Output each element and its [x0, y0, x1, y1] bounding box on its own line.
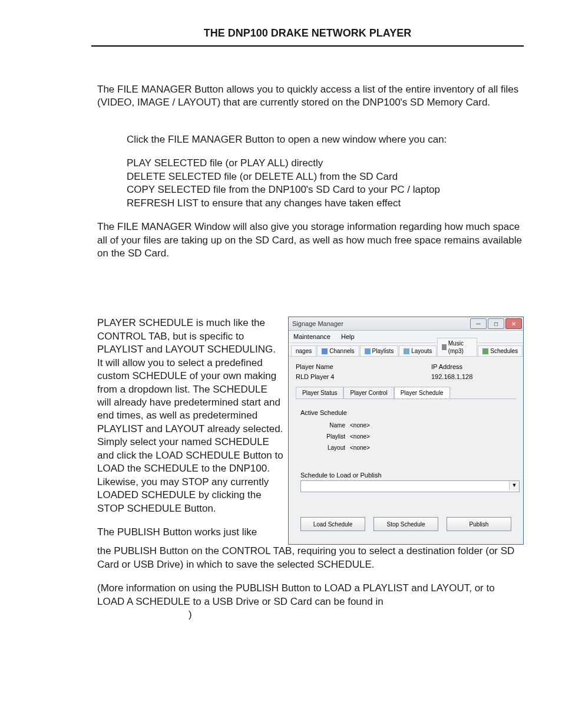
list-item: PLAY SELECTED file (or PLAY ALL) directl…	[127, 157, 524, 170]
name-label: Name	[317, 421, 345, 429]
player-name-value: RLD Player 4	[296, 373, 431, 381]
menu-maintenance[interactable]: Maintenance	[293, 332, 330, 341]
close-button[interactable]: ✕	[505, 318, 522, 329]
minimize-button[interactable]: ─	[470, 318, 487, 329]
titlebar: Signage Manager ─ □ ✕	[289, 317, 523, 331]
paragraph: The FILE MANAGER Button allows you to qu…	[97, 83, 524, 110]
list-item: REFRESH LIST to ensure that any changes …	[127, 197, 524, 210]
layouts-icon	[404, 348, 409, 354]
stop-schedule-button[interactable]: Stop Schedule	[373, 517, 438, 531]
paragraph: (More information on using the PUBLISH B…	[97, 582, 524, 608]
subtab-player-status[interactable]: Player Status	[296, 387, 343, 398]
schedules-icon	[482, 348, 488, 354]
tab-music[interactable]: Music (mp3)	[437, 338, 477, 356]
publish-button[interactable]: Publish	[447, 517, 511, 531]
paragraph: The PUBLISH Button works just like	[97, 526, 283, 539]
list-item: COPY SELECTED file from the DNP100's SD …	[127, 183, 524, 196]
music-icon	[442, 344, 447, 350]
playlist-label: Playlist	[317, 433, 345, 440]
list-item: DELETE SELECTED file (or DELETE ALL) fro…	[127, 170, 524, 183]
subtab-player-schedule[interactable]: Player Schedule	[394, 387, 450, 398]
load-group-title: Schedule to Load or Publish	[300, 471, 514, 480]
schedule-dropdown[interactable]: ▼	[300, 480, 520, 492]
menubar: Maintenance Help	[289, 331, 523, 343]
layout-label: Layout	[317, 444, 345, 452]
app-window: Signage Manager ─ □ ✕ Maintenance Help n…	[288, 317, 524, 545]
paragraph: STOP SCHEDULE Button.	[97, 502, 283, 515]
paragraph: the PUBLISH Button on the CONTROL TAB, r…	[97, 545, 524, 571]
paragraph: )	[189, 608, 524, 621]
menu-help[interactable]: Help	[341, 332, 355, 341]
player-name-label: Player Name	[296, 363, 431, 371]
paragraph: The FILE MANAGER Window will also give y…	[97, 220, 524, 260]
paragraph: PLAYER SCHEDULE is much like the CONTROL…	[97, 317, 283, 502]
maximize-button[interactable]: □	[488, 318, 504, 329]
page-header: THE DNP100 DRAKE NETWORK PLAYER	[91, 0, 524, 47]
name-value: <none>	[350, 421, 370, 429]
subtab-bar: Player Status Player Control Player Sche…	[296, 387, 516, 398]
ip-address-label: IP Address	[431, 363, 462, 371]
channels-icon	[322, 348, 328, 354]
tab-schedules[interactable]: Schedules	[478, 345, 523, 356]
playlists-icon	[365, 348, 371, 354]
load-schedule-button[interactable]: Load Schedule	[300, 517, 365, 531]
ip-address-value: 192.168.1.128	[431, 373, 472, 381]
top-tabbar: nages Channels Playlists Layouts Music (…	[289, 343, 523, 357]
window-title: Signage Manager	[292, 319, 469, 328]
paragraph: Click the FILE MANAGER Button to open a …	[127, 133, 524, 146]
playlist-value: <none>	[350, 433, 370, 440]
subtab-player-control[interactable]: Player Control	[343, 387, 394, 398]
layout-value: <none>	[350, 444, 370, 452]
tab-nages[interactable]: nages	[291, 345, 316, 356]
tab-layouts[interactable]: Layouts	[399, 345, 437, 356]
active-schedule-title: Active Schedule	[300, 409, 514, 417]
tab-channels[interactable]: Channels	[317, 345, 359, 356]
tab-playlists[interactable]: Playlists	[360, 345, 399, 356]
chevron-down-icon: ▼	[509, 481, 519, 490]
